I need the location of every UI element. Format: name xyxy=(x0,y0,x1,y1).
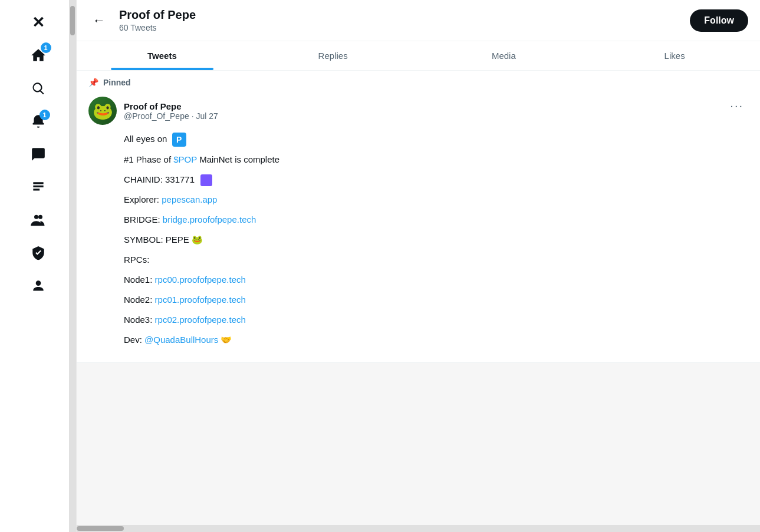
pinned-label: 📌 Pinned xyxy=(77,71,760,90)
tweet-line-3: CHAINID: 331771 xyxy=(124,173,748,187)
svg-point-1 xyxy=(38,215,42,219)
header-title: Proof of Pepe 60 Tweets xyxy=(119,8,196,32)
communities-icon xyxy=(30,212,47,229)
tab-media[interactable]: Media xyxy=(419,41,590,70)
tweet-line-1: All eyes on P xyxy=(124,132,748,147)
node3-link[interactable]: rpc02.proofofpepe.tech xyxy=(155,315,246,325)
dev-link[interactable]: @QuadaBullHours xyxy=(144,335,218,345)
author-name: Proof of Pepe xyxy=(124,101,218,111)
follow-button[interactable]: Follow xyxy=(690,9,748,32)
pinned-text: Pinned xyxy=(103,78,131,87)
scrollbar-thumb[interactable] xyxy=(70,6,75,35)
bookmarks-button[interactable] xyxy=(23,172,54,203)
tweet-line-11: Dev: @QuadaBullHours 🤝 xyxy=(124,333,748,347)
tweet-body: All eyes on P #1 Phase of $POP MainNet i… xyxy=(88,132,748,347)
pin-icon: 📌 xyxy=(88,78,98,87)
messages-icon xyxy=(31,147,46,162)
tab-tweets[interactable]: Tweets xyxy=(77,41,248,70)
messages-button[interactable] xyxy=(23,139,54,170)
tweet-card: 🐸 Proof of Pepe @Proof_Of_Pepe · Jul 27 xyxy=(77,90,760,363)
back-button[interactable]: ← xyxy=(88,10,110,31)
x-logo: ✕ xyxy=(32,14,45,32)
profile-icon xyxy=(31,279,46,294)
bookmarks-icon xyxy=(31,180,46,195)
node2-link[interactable]: rpc01.proofofpepe.tech xyxy=(155,295,246,305)
tweet-count: 60 Tweets xyxy=(119,23,196,32)
x-logo-button[interactable]: ✕ xyxy=(23,7,54,38)
svg-point-2 xyxy=(35,280,41,286)
header-left: ← Proof of Pepe 60 Tweets xyxy=(88,8,196,32)
tweet-line-4: Explorer: pepescan.app xyxy=(124,193,748,207)
notifications-badge: 1 xyxy=(40,110,50,120)
tweet-header: 🐸 Proof of Pepe @Proof_Of_Pepe · Jul 27 xyxy=(88,97,748,125)
tweet-feed[interactable]: 📌 Pinned 🐸 Proof of Pepe @Proof_Of_Pepe xyxy=(77,71,760,525)
main-content: ← Proof of Pepe 60 Tweets Follow Tweets … xyxy=(77,0,760,532)
tweet-line-6: SYMBOL: PEPE 🐸 xyxy=(124,233,748,247)
search-button[interactable] xyxy=(23,73,54,104)
vertical-scrollbar[interactable] xyxy=(69,0,76,532)
purple-square-icon xyxy=(200,174,212,186)
home-button[interactable]: 1 xyxy=(23,40,54,71)
explorer-link[interactable]: pepescan.app xyxy=(162,194,217,204)
bridge-link[interactable]: bridge.proofofpepe.tech xyxy=(163,214,256,224)
avatar[interactable]: 🐸 xyxy=(88,97,117,125)
profile-button[interactable] xyxy=(23,271,54,302)
sidebar: ✕ 1 1 xyxy=(0,0,77,532)
notifications-button[interactable]: 1 xyxy=(23,106,54,137)
tab-likes[interactable]: Likes xyxy=(589,41,760,70)
home-badge: 1 xyxy=(41,42,51,53)
search-icon xyxy=(31,81,46,96)
svg-point-0 xyxy=(34,215,38,219)
verified-icon xyxy=(31,246,46,261)
profile-name: Proof of Pepe xyxy=(119,8,196,22)
tab-replies[interactable]: Replies xyxy=(248,41,419,70)
tweet-line-2: #1 Phase of $POP MainNet is complete xyxy=(124,153,748,167)
tabs-bar: Tweets Replies Media Likes xyxy=(77,41,760,71)
pop-link[interactable]: $POP xyxy=(173,154,197,164)
tweet-line-9: Node2: rpc01.proofofpepe.tech xyxy=(124,293,748,307)
header: ← Proof of Pepe 60 Tweets Follow xyxy=(77,0,760,41)
author-info: Proof of Pepe @Proof_Of_Pepe · Jul 27 xyxy=(124,101,218,121)
author-handle: @Proof_Of_Pepe · Jul 27 xyxy=(124,111,218,121)
horizontal-scrollbar[interactable] xyxy=(77,525,760,532)
tweet-line-5: BRIDGE: bridge.proofofpepe.tech xyxy=(124,213,748,227)
parking-emoji: P xyxy=(172,133,186,147)
communities-button[interactable] xyxy=(23,205,54,236)
tweet-line-8: Node1: rpc00.proofofpepe.tech xyxy=(124,273,748,287)
node1-link[interactable]: rpc00.proofofpepe.tech xyxy=(155,275,246,285)
h-scrollbar-thumb[interactable] xyxy=(77,526,124,531)
verified-button[interactable] xyxy=(23,238,54,269)
more-button[interactable]: ··· xyxy=(725,97,748,115)
tweet-line-7: RPCs: xyxy=(124,253,748,267)
tweet-author: 🐸 Proof of Pepe @Proof_Of_Pepe · Jul 27 xyxy=(88,97,218,125)
tweet-line-10: Node3: rpc02.proofofpepe.tech xyxy=(124,313,748,327)
